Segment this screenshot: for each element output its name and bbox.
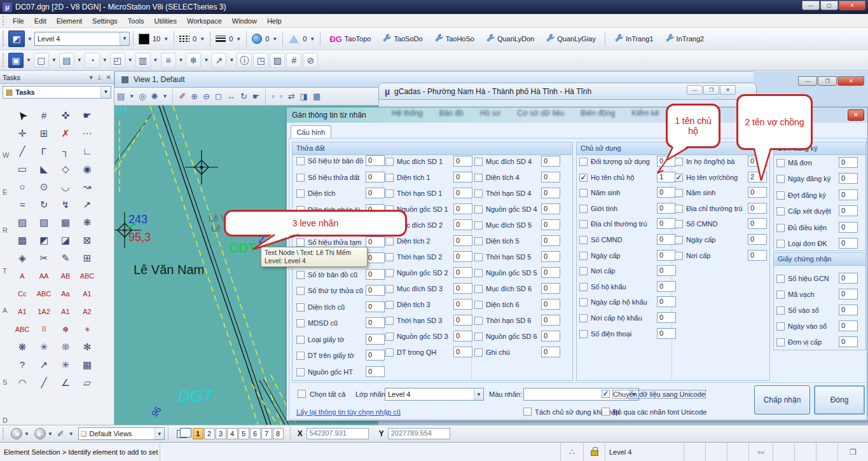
task-tool-icon[interactable]: ∟ (76, 142, 98, 160)
field-value-input[interactable]: 0 (453, 156, 472, 167)
macro-button-quanlydon[interactable]: QuanLyDon (480, 31, 540, 46)
field-checkbox[interactable] (675, 189, 683, 197)
field-value-input[interactable]: 0 (657, 156, 676, 167)
field-value-input[interactable]: 0 (453, 172, 472, 182)
field-checkbox[interactable] (675, 205, 683, 213)
layer-combo[interactable]: Level 4 ▼ (385, 388, 484, 401)
field-checkbox[interactable] (385, 269, 394, 277)
field-value-input[interactable]: 0 (748, 218, 767, 229)
field-checkbox[interactable] (776, 291, 785, 299)
field-value-input[interactable]: 0 (657, 265, 676, 276)
field-value-input[interactable]: 0 (839, 222, 858, 233)
task-tool-icon[interactable]: ⊞ (33, 125, 55, 142)
field-value-input[interactable]: 0 (453, 299, 472, 310)
status-cell-win[interactable]: ❐ (837, 443, 868, 461)
field-value-input[interactable]: 0 (366, 301, 385, 312)
field-value-input[interactable]: 0 (541, 172, 560, 182)
field-checkbox[interactable] (474, 189, 483, 198)
task-tool-icon[interactable]: ◈ (11, 249, 33, 267)
task-tool-icon[interactable]: Aa (55, 285, 76, 303)
menu-file[interactable]: File (8, 16, 29, 26)
field-value-input[interactable]: 0 (748, 250, 767, 261)
field-value-input[interactable]: 0 (657, 187, 676, 198)
gcadas-menu-item[interactable]: Hồ sơ (480, 109, 501, 118)
minimize-button[interactable]: — (802, 1, 820, 10)
field-value-input[interactable]: 0 (657, 203, 676, 214)
field-value-input[interactable]: 0 (453, 251, 472, 262)
view-toggles-icon[interactable] (177, 430, 187, 438)
task-tool-icon[interactable]: ✳ (55, 356, 76, 374)
field-checkbox[interactable] (579, 189, 588, 197)
field-checkbox[interactable] (385, 189, 394, 198)
field-checkbox[interactable] (579, 314, 588, 322)
toolbar-icon-1[interactable]: ▣ (8, 53, 24, 68)
field-value-input[interactable]: 0 (366, 269, 385, 280)
field-checkbox[interactable] (776, 322, 785, 331)
close-button[interactable]: ✕ (720, 85, 736, 95)
minimize-button[interactable]: — (687, 85, 703, 95)
field-value-input[interactable]: 0 (541, 203, 560, 214)
field-checkbox[interactable] (296, 157, 305, 165)
field-value-input[interactable]: 0 (453, 283, 472, 294)
skip-unicode-font-checkbox[interactable] (602, 408, 610, 416)
chevron-down-icon[interactable]: ▼ (272, 36, 277, 42)
chevron-down-icon[interactable]: ▼ (179, 57, 184, 63)
field-value-input[interactable]: 0 (541, 267, 560, 278)
field-value-input[interactable]: 0 (748, 187, 767, 198)
field-value-input[interactable]: 0 (453, 347, 472, 357)
select-all-checkbox[interactable] (298, 390, 306, 398)
task-tool-icon[interactable]: ↻ (33, 196, 55, 214)
field-checkbox[interactable] (474, 333, 483, 341)
macro-button-taosodo[interactable]: TaoSoDo (376, 31, 428, 46)
task-tool-icon[interactable]: ▦ (76, 356, 98, 374)
view-tool-icon-10[interactable]: ↻ (240, 92, 247, 101)
task-tool-icon[interactable]: ↝ (76, 178, 98, 196)
x-coordinate-input[interactable]: 542307.931 (307, 428, 369, 439)
gcadas-menu-item[interactable]: Biến động (581, 109, 615, 118)
field-value-input[interactable]: 0 (839, 205, 858, 216)
menu-element[interactable]: Element (52, 16, 87, 26)
chevron-down-icon[interactable]: ▼ (163, 36, 169, 42)
task-tool-icon[interactable]: A1 (55, 303, 76, 320)
field-value-input[interactable]: 0 (453, 315, 472, 326)
task-tool-icon[interactable]: ▧ (33, 214, 55, 231)
task-tool-icon[interactable]: ABC (33, 285, 55, 303)
menu-settings[interactable]: Settings (87, 16, 123, 26)
close-button[interactable]: ✕ (837, 76, 864, 86)
line-style-icon[interactable] (179, 34, 189, 43)
field-value-input[interactable]: 0 (541, 331, 560, 341)
field-value-input[interactable]: 0 (541, 156, 560, 167)
field-checkbox[interactable] (296, 368, 305, 376)
field-value-input[interactable]: 0 (748, 234, 767, 245)
chevron-down-icon[interactable]: ▼ (162, 93, 167, 99)
chevron-down-icon[interactable]: ▼ (26, 57, 31, 63)
task-tool-icon[interactable]: AA (33, 267, 55, 285)
status-cell-scroll[interactable]: ∾ (748, 443, 773, 461)
field-value-input[interactable]: 0 (541, 299, 560, 310)
task-tool-icon[interactable]: ⊞ (76, 249, 98, 267)
field-value-input[interactable]: 0 (748, 203, 767, 214)
reload-previous-options-link[interactable]: Lấy lại thông tin tùy chọn nhập cũ (296, 408, 401, 416)
field-value-input[interactable]: 0 (453, 331, 472, 341)
task-tool-icon[interactable]: ◣ (33, 160, 55, 178)
menu-tools[interactable]: Tools (123, 16, 149, 26)
field-value-input[interactable]: 0 (657, 296, 676, 307)
task-tool-icon[interactable]: ▩ (11, 231, 33, 249)
task-tool-icon[interactable]: ▦ (55, 214, 76, 231)
task-tool-icon[interactable]: 1A2 (33, 303, 55, 320)
field-checkbox[interactable] (776, 338, 785, 347)
convert-unicode-checkbox[interactable] (602, 390, 610, 398)
field-value-input[interactable]: 0 (366, 366, 385, 377)
field-checkbox[interactable] (296, 287, 305, 295)
gcadas-menu-item[interactable]: Kiểm kê (631, 109, 659, 118)
close-icon[interactable]: ✕ (106, 74, 111, 81)
tasks-combo[interactable]: ▤ Tasks ▼ (3, 86, 111, 99)
field-value-input[interactable]: 0 (366, 317, 385, 328)
field-value-input[interactable]: 0 (839, 289, 858, 299)
field-checkbox[interactable] (579, 205, 588, 213)
chevron-down-icon[interactable]: ▼ (128, 57, 133, 63)
field-value-input[interactable]: 0 (366, 334, 385, 345)
field-value-input[interactable]: 0 (839, 320, 858, 331)
task-tool-icon[interactable]: Cc (11, 285, 33, 303)
field-value-input[interactable]: 0 (541, 235, 560, 246)
